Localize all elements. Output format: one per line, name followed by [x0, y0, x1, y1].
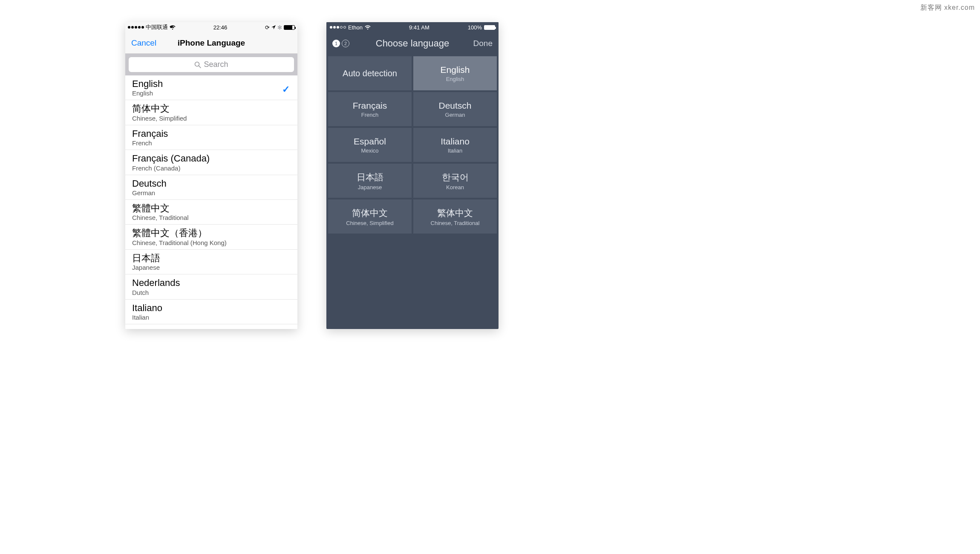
language-tile[interactable]: 简体中文Chinese, Simplified — [328, 199, 412, 234]
language-row[interactable]: DeutschGerman — [125, 175, 297, 200]
language-english: Dutch — [132, 289, 291, 296]
wifi-icon — [170, 25, 176, 30]
language-tile[interactable]: 日本語Japanese — [328, 164, 412, 198]
language-grid: Auto detectionEnglishEnglishFrançaisFren… — [326, 55, 499, 235]
language-english: Chinese, Traditional (Hong Kong) — [132, 239, 291, 246]
rotation-lock-icon: ⟳ — [265, 24, 270, 31]
search-placeholder: Search — [204, 60, 228, 69]
status-time: 22:46 — [213, 24, 228, 31]
status-time: 9:41 AM — [409, 24, 429, 31]
language-english: English — [132, 89, 291, 97]
tile-native: Auto detection — [343, 69, 397, 78]
language-row[interactable]: 繁體中文Chinese, Traditional — [125, 200, 297, 225]
language-english: Chinese, Traditional — [132, 214, 291, 221]
tile-native: Italiano — [441, 136, 470, 147]
battery-icon — [284, 25, 295, 30]
language-row[interactable]: FrançaisFrench — [125, 125, 297, 150]
tile-subtitle: Japanese — [358, 184, 382, 190]
language-native: Italiano — [132, 303, 291, 314]
language-native: Deutsch — [132, 178, 291, 189]
signal-icon — [128, 26, 144, 29]
tile-subtitle: English — [446, 76, 464, 82]
language-row[interactable]: ItalianoItalian — [125, 300, 297, 324]
cancel-button[interactable]: Cancel — [131, 38, 156, 48]
checkmark-icon: ✓ — [282, 84, 290, 95]
bluetooth-icon: ✻ — [277, 24, 282, 31]
language-row[interactable]: Español — [125, 324, 297, 329]
language-english: French (Canada) — [132, 164, 291, 172]
carrier-label: Ethon — [348, 24, 363, 31]
language-tile[interactable]: 한국어Korean — [413, 164, 497, 198]
page-title: Choose language — [326, 38, 499, 49]
language-row[interactable]: EnglishEnglish✓ — [125, 75, 297, 100]
battery-icon — [484, 25, 495, 30]
signal-icon — [330, 26, 346, 29]
tile-subtitle: French — [361, 112, 378, 118]
tile-native: 简体中文 — [352, 207, 388, 219]
search-icon — [194, 61, 201, 68]
battery-percent: 100% — [468, 24, 482, 31]
nav-bar: 1 2 Choose language Done — [326, 32, 499, 55]
tile-native: Français — [353, 101, 387, 111]
language-native: Français — [132, 128, 291, 139]
tile-native: Deutsch — [438, 101, 471, 111]
nav-bar: Cancel iPhone Language — [125, 32, 297, 54]
search-input[interactable]: Search — [129, 57, 294, 72]
language-list[interactable]: EnglishEnglish✓简体中文Chinese, SimplifiedFr… — [125, 75, 297, 329]
language-english: German — [132, 189, 291, 196]
tile-subtitle: German — [445, 112, 465, 118]
tile-subtitle: Korean — [446, 184, 464, 190]
tile-subtitle: Mexico — [361, 147, 378, 154]
language-native: Nederlands — [132, 277, 291, 289]
status-bar: 中国联通 22:46 ⟳ ✻ — [125, 22, 297, 32]
language-tile[interactable]: Auto detection — [328, 56, 412, 90]
language-english: Italian — [132, 314, 291, 321]
language-english: French — [132, 139, 291, 147]
language-native: Español — [132, 327, 291, 329]
language-native: 繁體中文（香港） — [132, 228, 291, 239]
tile-native: Español — [354, 136, 386, 147]
language-row[interactable]: 日本語Japanese — [125, 250, 297, 274]
language-tile[interactable]: 繁体中文Chinese, Traditional — [413, 199, 497, 234]
language-row[interactable]: Français (Canada)French (Canada) — [125, 150, 297, 175]
language-row[interactable]: 简体中文Chinese, Simplified — [125, 100, 297, 125]
language-tile[interactable]: EspañolMexico — [328, 128, 412, 162]
language-native: 简体中文 — [132, 103, 291, 114]
tile-subtitle: Chinese, Simplified — [346, 220, 393, 226]
status-bar: Ethon 9:41 AM 100% — [326, 22, 499, 32]
language-tile[interactable]: FrançaisFrench — [328, 92, 412, 126]
language-tile[interactable]: EnglishEnglish — [413, 56, 497, 90]
language-english: Chinese, Simplified — [132, 115, 291, 122]
language-english: Japanese — [132, 264, 291, 271]
language-native: Français (Canada) — [132, 153, 291, 164]
language-native: 繁體中文 — [132, 203, 291, 214]
language-row[interactable]: NederlandsDutch — [125, 274, 297, 299]
tile-native: 日本語 — [357, 171, 383, 183]
wifi-icon — [365, 25, 371, 30]
search-bar-container: Search — [125, 54, 297, 75]
location-icon — [271, 25, 276, 29]
language-tile[interactable]: ItalianoItalian — [413, 128, 497, 162]
language-native: English — [132, 78, 291, 89]
tile-native: 繁体中文 — [437, 207, 473, 219]
language-tile[interactable]: DeutschGerman — [413, 92, 497, 126]
svg-line-1 — [199, 66, 201, 68]
tile-native: 한국어 — [442, 171, 469, 183]
source-credit: 新客网 xker.com — [920, 3, 975, 12]
tile-native: English — [441, 65, 470, 75]
app-language-screen: Ethon 9:41 AM 100% 1 2 Choose language D… — [326, 22, 499, 329]
language-row[interactable]: 繁體中文（香港）Chinese, Traditional (Hong Kong) — [125, 225, 297, 249]
carrier-label: 中国联通 — [146, 23, 168, 31]
tile-subtitle: Italian — [448, 147, 463, 154]
language-native: 日本語 — [132, 253, 291, 264]
tile-subtitle: Chinese, Traditional — [431, 220, 480, 226]
ios-language-screen: 中国联通 22:46 ⟳ ✻ Cancel iPhone Language Se… — [125, 22, 297, 329]
